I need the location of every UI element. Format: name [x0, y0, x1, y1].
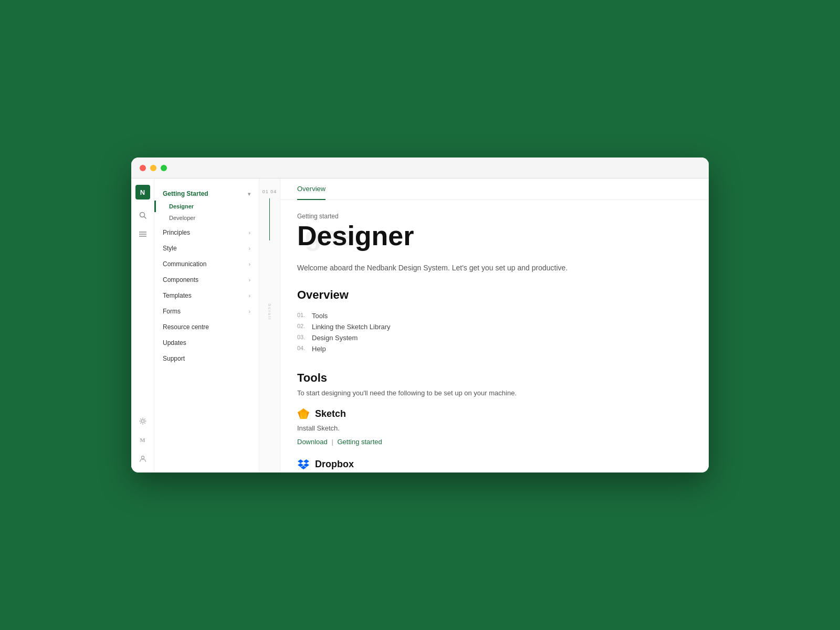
sidebar-item-components[interactable]: Components ›	[154, 273, 259, 287]
sidebar-item-style[interactable]: Style ›	[154, 242, 259, 255]
tab-overview[interactable]: Overview	[297, 178, 326, 200]
maximize-dot[interactable]	[161, 165, 167, 171]
svg-marker-9	[298, 412, 300, 419]
sidebar-section-communication: Communication ›	[154, 257, 259, 271]
app-container: N	[131, 178, 709, 472]
scroll-indicator-line	[269, 198, 270, 240]
browser-window: N	[131, 158, 709, 472]
icon-bar-bottom: M	[135, 414, 150, 472]
chevron-right-icon: ›	[249, 246, 250, 251]
scroll-label: Scroll	[267, 303, 272, 320]
sidebar-item-getting-started[interactable]: Getting Started ▾	[154, 187, 259, 201]
svg-line-1	[144, 217, 146, 219]
svg-point-6	[141, 456, 144, 459]
chevron-right-icon: ›	[249, 293, 250, 299]
overview-list: 01. Tools 02. Linking the Sketch Library…	[297, 310, 692, 354]
tab-bar: Overview	[280, 178, 709, 200]
medium-icon[interactable]: M	[135, 433, 150, 447]
chevron-right-icon: ›	[249, 277, 250, 283]
sidebar-item-forms[interactable]: Forms ›	[154, 304, 259, 318]
welcome-text: Welcome aboard the Nedbank Design System…	[297, 262, 570, 274]
overview-section-title: Overview	[297, 288, 692, 302]
chevron-right-icon: ›	[249, 261, 250, 267]
tool-header-sketch: Sketch	[297, 407, 692, 420]
sidebar-item-resource-centre[interactable]: Resource centre	[154, 320, 259, 334]
chevron-down-icon: ▾	[248, 191, 250, 197]
sidebar-section-components: Components ›	[154, 273, 259, 287]
sidebar-section-forms: Forms ›	[154, 304, 259, 318]
hero-section: igner Designer	[297, 222, 692, 249]
tools-section-title: Tools	[297, 371, 692, 385]
browser-chrome	[131, 158, 709, 178]
sketch-tool-links: Download | Getting started	[297, 438, 692, 446]
menu-icon[interactable]	[135, 227, 150, 242]
sidebar-subitem-developer[interactable]: Developer	[154, 212, 259, 224]
list-item: 02. Linking the Sketch Library	[297, 321, 692, 332]
scroll-column: 01 04 Scroll	[259, 178, 280, 472]
sidebar-item-updates[interactable]: Updates	[154, 336, 259, 350]
hero-title: Designer	[297, 222, 692, 249]
minimize-dot[interactable]	[150, 165, 156, 171]
list-item: 03. Design System	[297, 332, 692, 343]
tool-header-dropbox: Dropbox	[297, 458, 692, 471]
sidebar-section-support: Support	[154, 352, 259, 365]
scroll-pagination: 01 04	[262, 189, 277, 194]
chevron-right-icon: ›	[249, 309, 250, 314]
sidebar-section-templates: Templates ›	[154, 289, 259, 302]
sketch-getting-started-link[interactable]: Getting started	[337, 438, 382, 446]
sidebar: Getting Started ▾ Designer Developer Pri…	[154, 178, 259, 472]
svg-point-5	[141, 419, 144, 422]
search-icon[interactable]	[135, 208, 150, 223]
user-icon[interactable]	[135, 452, 150, 466]
sketch-tool-name: Sketch	[315, 408, 346, 419]
sidebar-item-principles[interactable]: Principles ›	[154, 226, 259, 239]
svg-marker-10	[307, 412, 309, 419]
breadcrumb: Getting started	[297, 213, 692, 220]
sketch-download-link[interactable]: Download	[297, 438, 328, 446]
dropbox-tool-name: Dropbox	[315, 459, 354, 470]
sidebar-section-getting-started: Getting Started ▾ Designer Developer	[154, 187, 259, 224]
content-body: Getting started igner Designer Welcome a…	[280, 200, 709, 472]
sidebar-subitem-designer[interactable]: Designer	[154, 201, 259, 212]
list-item: 04. Help	[297, 343, 692, 354]
close-dot[interactable]	[140, 165, 146, 171]
sidebar-section-updates: Updates	[154, 336, 259, 350]
sketch-icon	[297, 407, 310, 420]
sidebar-section-principles: Principles ›	[154, 226, 259, 239]
sidebar-item-communication[interactable]: Communication ›	[154, 257, 259, 271]
sidebar-item-support[interactable]: Support	[154, 352, 259, 365]
app-logo: N	[135, 185, 150, 200]
sketch-tool-desc: Install Sketch.	[297, 423, 692, 434]
dropbox-icon	[297, 458, 310, 471]
settings-icon[interactable]	[135, 414, 150, 428]
tools-description: To start designing you'll need the follo…	[297, 389, 692, 397]
main-content: Overview Getting started igner Designer …	[280, 178, 709, 472]
list-item: 01. Tools	[297, 310, 692, 321]
sidebar-item-templates[interactable]: Templates ›	[154, 289, 259, 302]
tool-card-sketch: Sketch Install Sketch. Download | Gettin…	[297, 407, 692, 446]
chevron-right-icon: ›	[249, 230, 250, 236]
icon-bar: N	[131, 178, 154, 472]
sidebar-section-style: Style ›	[154, 242, 259, 255]
sidebar-section-resource: Resource centre	[154, 320, 259, 334]
tool-card-dropbox: Dropbox Set up Dropbox locally (Note: yo…	[297, 458, 692, 472]
